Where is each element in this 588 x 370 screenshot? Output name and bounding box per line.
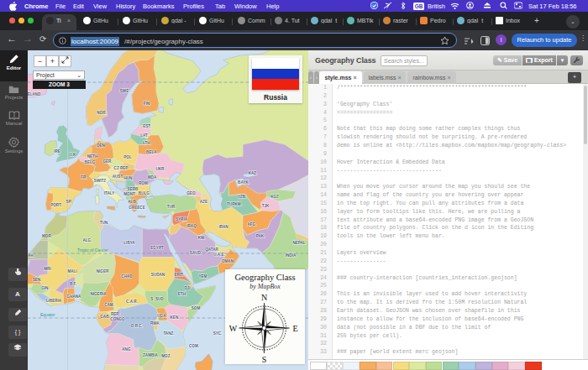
svg-text:NEPAL: NEPAL [292,241,305,245]
svg-text:COM.: COM. [189,344,199,348]
svg-text:SYC.: SYC. [213,331,223,336]
svg-text:GB: GB [415,3,423,9]
svg-text:CZ REP: CZ REP [114,166,129,170]
svg-text:SEN.: SEN. [33,278,42,282]
svg-text:CONGO: CONGO [110,317,125,321]
svg-text:LIBYA: LIBYA [123,241,135,245]
svg-text:NOR.: NOR. [97,111,106,115]
svg-text:UKR.: UKR. [155,167,165,171]
svg-text:FR.: FR. [81,175,87,180]
svg-text:TUN.: TUN. [100,221,109,225]
svg-text:KGZ: KGZ [270,195,279,199]
svg-text:CHAD: CHAD [121,274,133,279]
svg-text:TURKM.: TURKM. [227,202,242,206]
svg-text:AUST: AUST [113,175,123,179]
svg-text:OMAN: OMAN [222,259,234,263]
svg-text:FIN.: FIN. [144,102,151,106]
svg-text:UZB.: UZB. [238,195,247,199]
svg-text:IRAQ: IRAQ [186,224,197,228]
svg-text:INDIA: INDIA [286,253,297,258]
svg-text:C.A.R.: C.A.R. [126,300,138,304]
svg-text:ZAMBIA: ZAMBIA [143,353,159,357]
svg-text:PAK.: PAK. [256,234,265,238]
svg-text:SERB: SERB [128,187,139,191]
svg-text:GREECE: GREECE [129,206,144,210]
svg-text:BULG.: BULG. [139,191,150,195]
svg-text:NIGER: NIGER [97,269,109,274]
svg-text:AFG.: AFG. [248,222,257,227]
svg-text:GIN.: GIN. [41,286,49,290]
svg-text:REP.: REP. [111,312,119,316]
svg-text:SAUD.: SAUD. [190,251,202,255]
svg-text:ITALY: ITALY [104,191,115,195]
svg-text:MDA: MDA [148,175,157,180]
svg-text:U.A.E.: U.A.E. [213,253,225,257]
svg-text:Equator: Equator [40,312,55,317]
svg-text:GEO.: GEO. [186,191,197,195]
svg-text:U.K.: U.K. [69,153,76,157]
svg-text:SOM: SOM [192,306,201,310]
svg-text:Tropic of Cancer: Tropic of Cancer [77,248,108,253]
svg-text:KW.: KW. [198,236,206,240]
svg-text:S: S [262,355,267,364]
svg-text:GHANA: GHANA [67,294,82,299]
svg-text:SUDAN: SUDAN [151,273,165,277]
svg-text:MONT: MONT [123,192,135,196]
svg-text:D.R.C.: D.R.C. [131,324,143,328]
svg-text:TANZ.: TANZ. [163,331,174,336]
svg-text:MOZ.: MOZ. [161,354,171,358]
svg-text:SP.: SP. [66,200,72,204]
svg-text:N: N [261,293,267,302]
svg-text:LAT.: LAT. [140,133,148,138]
svg-text:UGA.: UGA. [157,314,166,318]
svg-text:GAB.: GAB. [100,315,109,319]
svg-text:GER.: GER. [102,159,112,164]
svg-text:BAYK.: BAYK. [238,180,249,185]
svg-text:E: E [292,324,297,333]
svg-text:RWA.: RWA. [150,321,160,326]
svg-text:SWITZ: SWITZ [94,179,106,183]
svg-text:NIGERIA: NIGERIA [90,292,107,296]
svg-text:ANG.: ANG. [122,347,131,352]
svg-text:KEN.: KEN. [171,315,180,320]
svg-text:MOR.: MOR. [42,234,52,238]
svg-text:KAZ.: KAZ. [249,171,258,175]
svg-text:DJI: DJI [184,286,190,290]
svg-text:PORT.: PORT. [50,203,62,207]
svg-text:ALB: ALB [128,200,136,204]
svg-text:TJK: TJK [262,204,270,208]
svg-text:LIBERIA: LIBERIA [46,299,62,303]
svg-text:MALI: MALI [67,269,76,274]
svg-text:SYRIA: SYRIA [176,217,188,221]
svg-text:YEM.: YEM. [198,274,207,279]
svg-text:IRE: IRE [54,149,60,154]
svg-text:ETH.: ETH. [178,292,186,296]
svg-text:B.F.: B.F. [70,282,76,286]
svg-text:SWE: SWE [120,89,129,93]
svg-text:EGYPT: EGYPT [150,246,164,250]
svg-text:POL: POL [123,155,132,159]
svg-text:CAM.: CAM. [104,303,114,307]
svg-text:BELA.: BELA. [146,150,158,154]
svg-text:ALG.: ALG. [83,238,92,242]
svg-text:EST.: EST. [143,124,151,128]
svg-text:W: W [229,324,238,333]
svg-text:MRI.: MRI. [44,267,52,271]
svg-text:QATAR: QATAR [205,248,218,252]
svg-text:BELG: BELG [85,160,96,164]
svg-text:ROM.: ROM. [139,181,149,185]
svg-text:LTH.: LTH. [143,141,151,145]
svg-text:AZE.: AZE. [200,200,208,204]
svg-text:ERIT.: ERIT. [174,273,183,277]
svg-text:NETH: NETH [87,154,98,159]
svg-text:IRAN: IRAN [218,225,228,229]
svg-text:HUN.: HUN. [123,176,133,180]
svg-text:TUR.: TUR. [167,205,176,209]
svg-text:S. SUD: S. SUD [150,297,164,301]
svg-text:DEN: DEN [97,143,105,148]
